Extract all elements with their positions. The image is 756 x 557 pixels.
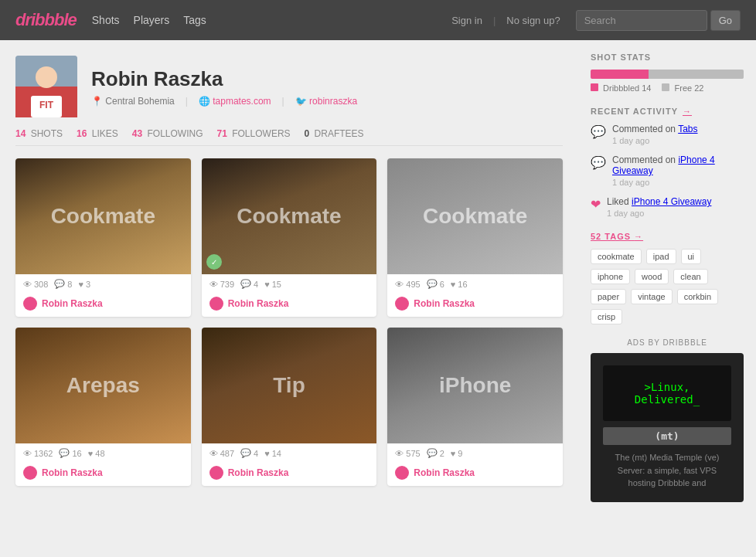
ads-box[interactable]: >Linux, Delivered_ (mt) The (mt) Media T…: [591, 353, 744, 502]
shot-views: 👁 575: [395, 448, 420, 458]
nav-links: Shots Players Tags: [92, 14, 206, 26]
shot-comments: 💬 16: [59, 448, 81, 458]
heart-icon: ♥: [78, 280, 83, 289]
activity-item-2: ❤ Liked iPhone 4 Giveaway 1 day ago: [591, 196, 744, 218]
like-icon: ❤: [591, 197, 601, 212]
activity-link[interactable]: iPhone 4 Giveaway: [632, 196, 711, 207]
shot-icons: 👁 1362 💬 16 ♥ 48: [23, 448, 105, 458]
author-name[interactable]: Robin Raszka: [228, 467, 289, 478]
stat-draftees[interactable]: 0 DRAFTEES: [305, 128, 364, 139]
sidebar: SHOT STATS Dribbbled 14 Free 2: [578, 40, 756, 528]
activity-content: Liked iPhone 4 Giveaway 1 day ago: [607, 196, 711, 218]
heart-icon: ♥: [451, 449, 456, 458]
tag-corkbin[interactable]: corkbin: [677, 289, 718, 304]
author-avatar: [23, 297, 37, 311]
twitter-icon: 🐦: [295, 96, 307, 107]
comment-icon: 💬: [427, 279, 438, 289]
nav-tags[interactable]: Tags: [183, 14, 206, 26]
comment-icon: 💬: [427, 448, 438, 458]
shot-card-1[interactable]: Cookmate ✓ 👁 739 💬 4 ♥ 15 Robin: [202, 158, 377, 317]
eye-icon: 👁: [209, 280, 218, 289]
shot-card-4[interactable]: Tip 👁 487 💬 4 ♥ 14 Robin Raszk: [202, 328, 377, 486]
shot-comments: 💬 4: [240, 448, 258, 458]
tags-list: cookmateipaduiiphonewoodcleanpapervintag…: [591, 249, 744, 324]
tag-paper[interactable]: paper: [591, 289, 626, 304]
shot-thumb-text: Cookmate: [51, 204, 155, 229]
author-name[interactable]: Robin Raszka: [414, 298, 475, 309]
activity-item-0: 💬 Commented on Tabs 1 day ago: [591, 124, 744, 145]
shot-meta: 👁 308 💬 8 ♥ 3: [15, 274, 191, 294]
author-name[interactable]: Robin Raszka: [42, 467, 103, 478]
author-avatar: [209, 466, 223, 480]
comment-icon: 💬: [591, 124, 606, 139]
author-name[interactable]: Robin Raszka: [414, 467, 475, 478]
activity-text: Commented on iPhone 4 Giveaway: [612, 155, 744, 176]
go-button[interactable]: Go: [710, 10, 741, 31]
stat-following[interactable]: 43 FOLLOWING: [132, 128, 203, 139]
search-wrap: Go: [576, 10, 741, 31]
search-input[interactable]: [576, 10, 707, 31]
shot-likes: ♥ 9: [451, 448, 463, 458]
profile-location: 📍 Central Bohemia: [91, 96, 175, 107]
ads-brand: (mt): [603, 427, 731, 445]
tag-iphone[interactable]: iphone: [591, 269, 630, 284]
activity-link[interactable]: Tabs: [678, 124, 697, 134]
tag-ipad[interactable]: ipad: [646, 249, 676, 264]
comment-icon: 💬: [240, 279, 251, 289]
bar-dribbbled: [591, 70, 649, 79]
shot-badge: ✓: [206, 254, 222, 270]
comment-icon: 💬: [59, 448, 70, 458]
logo[interactable]: dribbble: [15, 10, 77, 30]
profile-twitter: 🐦 robinraszka: [295, 96, 357, 107]
tag-wood[interactable]: wood: [635, 269, 669, 284]
nav-shots[interactable]: Shots: [92, 14, 120, 26]
stat-likes[interactable]: 16 LIKES: [77, 128, 118, 139]
shot-stat-bar: Dribbbled 14 Free 22: [591, 70, 744, 93]
author-avatar: [395, 466, 409, 480]
recent-activity-section: RECENT ACTIVITY → 💬 Commented on Tabs 1 …: [591, 107, 744, 218]
ads-terminal: >Linux, Delivered_: [603, 365, 731, 421]
svg-text:FIT: FIT: [39, 100, 54, 110]
shot-likes: ♥ 14: [264, 448, 281, 458]
sign-in-link[interactable]: Sign in: [451, 15, 482, 26]
globe-icon: 🌐: [199, 96, 210, 107]
shot-icons: 👁 575 💬 2 ♥ 9: [395, 448, 462, 458]
tag-crisp[interactable]: crisp: [591, 309, 622, 324]
shot-card-5[interactable]: iPhone 👁 575 💬 2 ♥ 9 Robin Ras: [387, 328, 563, 486]
shot-card-2[interactable]: Cookmate 👁 495 💬 6 ♥ 16 Robin: [387, 158, 563, 317]
no-signup-link[interactable]: No sign up?: [506, 15, 560, 26]
activity-link[interactable]: iPhone 4 Giveaway: [612, 155, 715, 176]
stat-bar-track: [591, 70, 744, 79]
activity-text: Commented on Tabs: [612, 124, 698, 134]
stat-followers[interactable]: 71 FOLLOWERS: [217, 128, 291, 139]
shot-thumb-text: Tip: [273, 373, 305, 398]
activity-item-1: 💬 Commented on iPhone 4 Giveaway 1 day a…: [591, 155, 744, 187]
tag-vintage[interactable]: vintage: [631, 289, 672, 304]
profile-name: Robin Raszka: [91, 67, 357, 91]
tags-title: 52 TAGS →: [591, 232, 744, 241]
profile-info: Robin Raszka 📍 Central Bohemia | 🌐 tapma…: [91, 67, 357, 107]
svg-point-2: [36, 66, 57, 88]
shot-card-3[interactable]: Arepas 👁 1362 💬 16 ♥ 48 Robin: [15, 328, 191, 486]
auth-links: Sign in | No sign up?: [451, 15, 560, 26]
shot-card-0[interactable]: Cookmate 👁 308 💬 8 ♥ 3 Robin R: [15, 158, 191, 317]
profile-website: 🌐 tapmates.com: [199, 96, 271, 107]
shot-views: 👁 1362: [23, 448, 53, 458]
tag-ui[interactable]: ui: [681, 249, 702, 264]
comment-icon: 💬: [591, 155, 606, 170]
nav-players[interactable]: Players: [134, 14, 170, 26]
shot-thumb-text: Cookmate: [423, 204, 527, 229]
shot-author: Robin Raszka: [15, 463, 191, 486]
author-name[interactable]: Robin Raszka: [42, 298, 103, 309]
shot-author: Robin Raszka: [15, 294, 191, 317]
stat-shots[interactable]: 14 SHOTS: [15, 128, 63, 139]
ads-description: The (mt) Media Temple (ve) Server: a sim…: [603, 451, 731, 490]
heart-icon: ♥: [264, 280, 270, 289]
activity-time: 1 day ago: [612, 178, 744, 187]
tag-clean[interactable]: clean: [673, 269, 707, 284]
tag-cookmate[interactable]: cookmate: [591, 249, 642, 264]
stat-legend: Dribbbled 14 Free 22: [591, 83, 744, 93]
shot-thumb: Tip: [202, 328, 377, 443]
author-name[interactable]: Robin Raszka: [228, 298, 289, 309]
shot-meta: 👁 1362 💬 16 ♥ 48: [15, 443, 191, 463]
